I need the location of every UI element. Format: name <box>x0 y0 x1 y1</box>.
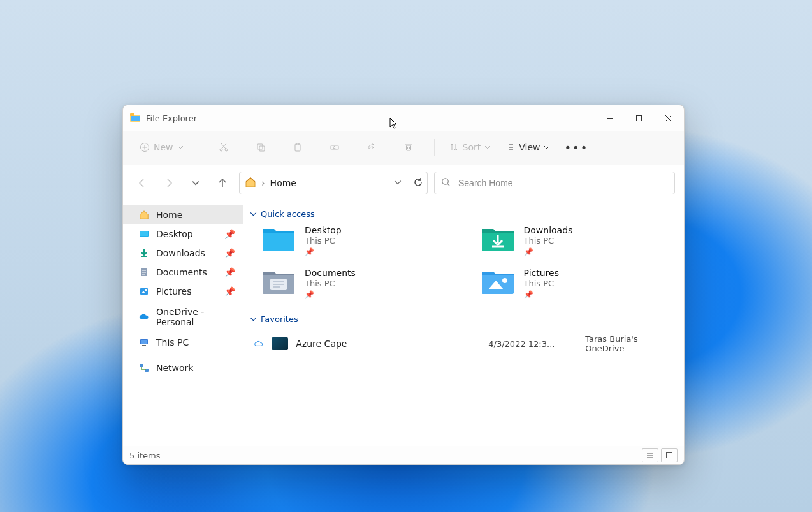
content-pane: Quick access Desktop This PC 📌 Downlo <box>243 201 684 446</box>
up-button[interactable] <box>212 173 233 193</box>
plus-circle-icon <box>140 142 150 152</box>
svg-rect-34 <box>140 231 148 236</box>
svg-point-11 <box>225 149 228 151</box>
pin-icon: 📌 <box>524 290 559 299</box>
tile-documents[interactable]: Documents This PC 📌 <box>261 268 455 299</box>
tile-pictures[interactable]: Pictures This PC 📌 <box>481 268 674 299</box>
sidebar-item-label: Pictures <box>156 286 191 296</box>
details-view-button[interactable] <box>642 448 658 462</box>
svg-rect-1 <box>130 113 134 116</box>
navigation-row: › Home <box>123 165 684 201</box>
sidebar-item-thispc[interactable]: This PC <box>123 333 243 352</box>
close-button[interactable] <box>653 105 683 131</box>
address-bar[interactable]: › Home <box>239 172 428 194</box>
pin-icon: 📌 <box>224 229 235 239</box>
sidebar-item-documents[interactable]: Documents 📌 <box>123 263 243 282</box>
svg-point-31 <box>442 179 448 184</box>
window-title: File Explorer <box>146 113 197 123</box>
recent-locations-button[interactable] <box>185 173 206 193</box>
pin-icon: 📌 <box>224 286 235 296</box>
sort-button[interactable]: Sort <box>444 136 497 158</box>
thispc-icon <box>138 337 150 348</box>
titlebar[interactable]: File Explorer <box>123 105 684 131</box>
copy-icon <box>256 142 266 152</box>
home-icon <box>138 209 150 221</box>
folder-desktop-icon <box>261 225 296 252</box>
svg-rect-4 <box>636 115 641 121</box>
group-header-quick-access[interactable]: Quick access <box>250 209 674 219</box>
svg-line-13 <box>221 143 226 149</box>
sidebar-item-desktop[interactable]: Desktop 📌 <box>123 224 243 244</box>
chevron-down-icon[interactable] <box>394 178 402 188</box>
sidebar-item-downloads[interactable]: Downloads 📌 <box>123 244 243 263</box>
pin-icon: 📌 <box>305 247 342 256</box>
sidebar-item-label: Desktop <box>156 229 193 239</box>
scissors-icon <box>219 142 229 152</box>
breadcrumb-home[interactable]: Home <box>270 178 296 188</box>
tile-downloads[interactable]: Downloads This PC 📌 <box>481 225 674 256</box>
navigation-pane: Home Desktop 📌 Downloads 📌 Documents 📌 P… <box>123 201 243 446</box>
sidebar-item-label: OneDrive - Personal <box>156 307 236 327</box>
status-bar: 5 items <box>123 446 684 464</box>
chevron-down-icon <box>250 316 257 323</box>
chevron-down-icon <box>250 210 257 217</box>
downloads-icon <box>138 247 150 259</box>
svg-point-43 <box>145 289 147 291</box>
file-explorer-window: File Explorer New A Sort View <box>122 105 685 465</box>
group-header-favorites[interactable]: Favorites <box>250 314 674 324</box>
search-box[interactable] <box>434 172 675 194</box>
favorite-date: 4/3/2022 12:3... <box>488 339 577 349</box>
cloud-icon <box>254 339 264 349</box>
sidebar-item-label: Network <box>156 363 193 373</box>
paste-button[interactable] <box>281 136 314 158</box>
favorite-item[interactable]: Azure Cape 4/3/2022 12:3... Taras Buria'… <box>250 330 674 357</box>
maximize-button[interactable] <box>624 105 653 131</box>
svg-rect-2 <box>131 116 140 121</box>
rename-button[interactable]: A <box>318 136 351 158</box>
view-button[interactable]: View <box>500 136 555 158</box>
sidebar-item-label: Documents <box>156 267 207 277</box>
svg-rect-20 <box>406 145 410 150</box>
svg-text:A: A <box>333 145 336 150</box>
desktop-icon <box>138 228 150 240</box>
onedrive-icon <box>138 311 150 323</box>
svg-rect-60 <box>667 453 672 458</box>
view-icon <box>505 142 515 152</box>
cut-button[interactable] <box>207 136 240 158</box>
svg-rect-47 <box>140 364 143 367</box>
sidebar-item-pictures[interactable]: Pictures 📌 <box>123 282 243 301</box>
sidebar-item-onedrive[interactable]: OneDrive - Personal <box>123 307 243 326</box>
forward-button[interactable] <box>159 173 179 193</box>
pin-icon: 📌 <box>524 247 573 256</box>
command-bar: New A Sort View ••• <box>123 131 684 165</box>
tile-desktop[interactable]: Desktop This PC 📌 <box>261 225 455 256</box>
copy-button[interactable] <box>244 136 277 158</box>
delete-button[interactable] <box>392 136 425 158</box>
breadcrumb-separator-icon: › <box>261 178 265 188</box>
more-button[interactable]: ••• <box>559 136 593 158</box>
thumbnails-view-button[interactable] <box>661 448 678 462</box>
pictures-icon <box>138 286 150 297</box>
svg-rect-45 <box>141 340 147 344</box>
favorite-location: Taras Buria's OneDrive <box>585 334 674 353</box>
svg-point-56 <box>502 278 507 283</box>
sidebar-item-home[interactable]: Home <box>123 205 243 224</box>
folder-downloads-icon <box>481 225 515 252</box>
svg-line-32 <box>447 184 449 186</box>
quick-access-grid: Desktop This PC 📌 Downloads This PC 📌 <box>250 225 674 299</box>
sidebar-item-label: This PC <box>156 337 189 347</box>
chevron-down-icon <box>484 144 491 150</box>
clipboard-icon <box>293 142 303 152</box>
back-button[interactable] <box>132 173 152 193</box>
rename-icon: A <box>330 142 340 152</box>
search-input[interactable] <box>457 177 668 189</box>
refresh-button[interactable] <box>413 177 423 189</box>
home-icon <box>245 177 256 190</box>
sidebar-item-network[interactable]: Network <box>123 358 243 377</box>
minimize-button[interactable] <box>595 105 624 131</box>
svg-rect-41 <box>140 288 148 295</box>
new-button[interactable]: New <box>134 136 189 158</box>
documents-icon <box>138 267 150 278</box>
folder-documents-icon <box>261 268 296 295</box>
share-button[interactable] <box>355 136 388 158</box>
